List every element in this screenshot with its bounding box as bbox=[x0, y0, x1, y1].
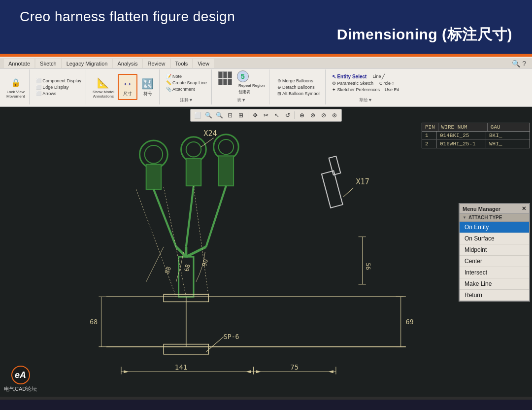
symbol-btn[interactable]: 🔣 符号 bbox=[139, 76, 156, 98]
svg-text:X24: X24 bbox=[203, 129, 217, 138]
menu-item-midpoint[interactable]: Midpoint bbox=[460, 244, 529, 256]
zoom-area-btn[interactable]: ⬜ bbox=[193, 110, 202, 120]
watermark-text: 电气CAD论坛 bbox=[4, 385, 37, 393]
cut-icon-btn[interactable]: ✂ bbox=[261, 110, 271, 120]
menu-item-return[interactable]: Return bbox=[460, 290, 529, 301]
tool3-btn[interactable]: ⊘ bbox=[319, 110, 329, 120]
arrows-btn[interactable]: ⬜ Arrows bbox=[34, 91, 83, 97]
line-btn[interactable]: Line ╱ bbox=[371, 73, 386, 80]
group-lock-view: 🔒 Lock ViewMovement bbox=[2, 69, 30, 104]
merge-balloons-btn[interactable]: ⊕ Merge Balloons bbox=[276, 78, 321, 84]
svg-text:69: 69 bbox=[406, 318, 414, 326]
title-line2: Dimensioning (标注尺寸) bbox=[20, 25, 512, 45]
ribbon-tabs: Annotate Sketch Legacy Migration Analysi… bbox=[0, 58, 532, 68]
tab-view[interactable]: View bbox=[193, 59, 214, 68]
dimension-btn[interactable]: ↔ 尺寸 bbox=[118, 74, 137, 100]
note-icon: 📝 bbox=[166, 74, 171, 79]
group-model-annotations: 📐 Show ModelAnnotations ↔ 尺寸 🔣 符号 bbox=[88, 69, 160, 104]
tab-legacy-migration[interactable]: Legacy Migration bbox=[62, 59, 112, 68]
alt-balloon-icon: ⊞ bbox=[277, 91, 281, 96]
circle-btn[interactable]: Circle ○ bbox=[378, 80, 396, 86]
zoom-window-btn[interactable]: ⊞ bbox=[236, 110, 246, 120]
detach-icon: ⊖ bbox=[277, 85, 281, 90]
repeat-region-btn[interactable]: Repeat Region bbox=[237, 83, 266, 88]
menu-item-intersect[interactable]: Intersect bbox=[460, 267, 529, 278]
tab-analysis[interactable]: Analysis bbox=[113, 59, 142, 68]
group-table: 5 Repeat Region 创建表 表▼ bbox=[214, 69, 269, 104]
tool1-btn[interactable]: ⊕ bbox=[297, 110, 307, 120]
main-content: Annotate Sketch Legacy Migration Analysi… bbox=[0, 57, 532, 400]
svg-text:SP-6: SP-6 bbox=[224, 333, 239, 341]
group-sketch: ↖ Entity Select Line ╱ ⚙ Parametri bbox=[328, 69, 403, 104]
data-table: PIN WIRE NUM GAU 1 014BKI_25 BKI_ 2 016W… bbox=[422, 123, 530, 148]
parametric-sketch-btn[interactable]: ⚙ Parametric Sketch bbox=[331, 80, 375, 86]
drawing-area: ⬜ 🔍 🔍 ⊡ ⊞ ✥ ✂ ↖ ↺ ⊕ ⊗ ⊘ ⊛ bbox=[0, 107, 532, 397]
toolbar-sep2 bbox=[295, 111, 295, 119]
section-label: ATTACH TYPE bbox=[468, 215, 502, 220]
show-model-annotations-btn[interactable]: 📐 Show ModelAnnotations bbox=[91, 75, 116, 100]
redraw-btn[interactable]: ↺ bbox=[283, 110, 293, 120]
menu-item-center[interactable]: Center bbox=[460, 256, 529, 267]
annotation-group-label: 注释▼ bbox=[180, 96, 193, 103]
lock-view-movement-btn[interactable]: 🔒 Lock ViewMovement bbox=[5, 75, 26, 100]
watermark-logo: eA bbox=[11, 366, 30, 384]
lock-label: Lock ViewMovement bbox=[6, 90, 25, 99]
svg-text:56: 56 bbox=[365, 263, 371, 270]
alt-balloon-btn[interactable]: ⊞ Alt Balloon Symbol bbox=[276, 91, 321, 97]
use-ed-label: Use Ed bbox=[385, 87, 399, 92]
zoom-out-btn[interactable]: 🔍 bbox=[214, 110, 224, 120]
ribbon-groups: 🔒 Lock ViewMovement ⬜ Component Display … bbox=[0, 68, 532, 105]
edge-display-btn[interactable]: ⬜ Edge Display bbox=[34, 84, 83, 90]
symbol-icon: 🔣 bbox=[141, 77, 155, 91]
create-snap-line-btn[interactable]: 📏 Create Snap Line bbox=[165, 80, 208, 86]
select-btn[interactable]: ↖ bbox=[272, 110, 282, 120]
menu-item-on-entity[interactable]: On Entity bbox=[460, 222, 529, 233]
pan-btn[interactable]: ✥ bbox=[250, 110, 260, 120]
param-icon: ⚙ bbox=[332, 81, 336, 86]
tab-review[interactable]: Review bbox=[143, 59, 169, 68]
menu-item-on-surface[interactable]: On Surface bbox=[460, 233, 529, 244]
table-row: 1 014BKI_25 BKI_ bbox=[422, 132, 530, 140]
note-btn[interactable]: 📝 Note bbox=[165, 73, 208, 79]
menu-item-make-line[interactable]: Make Line bbox=[460, 278, 529, 290]
ribbon: Annotate Sketch Legacy Migration Analysi… bbox=[0, 57, 532, 107]
tab-sketch[interactable]: Sketch bbox=[35, 59, 61, 68]
arrows-icon: ⬜ bbox=[36, 91, 41, 96]
detach-balloons-btn[interactable]: ⊖ Detach Balloons bbox=[276, 84, 321, 90]
component-display-btn[interactable]: ⬜ Component Display bbox=[34, 78, 83, 84]
menu-manager-title: Menu Manager bbox=[463, 206, 500, 212]
sketcher-prefs-btn[interactable]: ✦ Sketcher Preferences Use Ed bbox=[331, 87, 400, 93]
col-pin: PIN bbox=[422, 123, 438, 131]
col-wire-num: WIRE NUM bbox=[438, 123, 488, 131]
edge-icon: ⬜ bbox=[36, 85, 41, 90]
menu-manager-header: Menu Manager ✕ bbox=[460, 204, 529, 214]
zoom-fit-btn[interactable]: ⊡ bbox=[225, 110, 235, 120]
tool2-btn[interactable]: ⊗ bbox=[308, 110, 318, 120]
tab-annotate[interactable]: Annotate bbox=[4, 59, 34, 68]
attachment-btn[interactable]: 📎 Attachment bbox=[165, 86, 208, 92]
table-group-label: 表▼ bbox=[237, 96, 246, 103]
group-balloon: ⊕ Merge Balloons ⊖ Detach Balloons ⊞ Alt… bbox=[271, 69, 326, 104]
create-table-btn[interactable]: 创建表 bbox=[237, 89, 266, 95]
cell-wire-1: 014BKI_25 bbox=[437, 132, 486, 139]
zoom-in-btn[interactable]: 🔍 bbox=[203, 110, 213, 120]
annotation-icon: 📐 bbox=[97, 76, 110, 90]
close-icon[interactable]: ✕ bbox=[522, 205, 526, 212]
cad-drawing: 141 75 68 SP-6 69 bbox=[0, 107, 532, 397]
cell-gauge-1: BKI_ bbox=[486, 132, 511, 139]
entity-select-btn[interactable]: ↖ Entity Select bbox=[331, 73, 368, 80]
svg-rect-0 bbox=[76, 107, 456, 397]
tab-tools[interactable]: Tools bbox=[171, 59, 193, 68]
tool4-btn[interactable]: ⊛ bbox=[330, 110, 339, 120]
title-line1: Creo harness flatten figure design bbox=[20, 9, 512, 25]
group-display: ⬜ Component Display ⬜ Edge Display ⬜ Arr… bbox=[32, 69, 86, 104]
circle-icon: ○ bbox=[392, 81, 394, 86]
search-icon[interactable]: 🔍 bbox=[512, 60, 520, 68]
cell-gauge-2: WHI_ bbox=[486, 140, 511, 148]
svg-text:X17: X17 bbox=[356, 177, 369, 186]
cell-pin-1: 1 bbox=[422, 132, 437, 139]
help-icon[interactable]: ? bbox=[522, 60, 526, 68]
dimension-icon: ↔ bbox=[121, 77, 134, 91]
cursor-icon: ↖ bbox=[332, 74, 336, 79]
table-icon-btn[interactable] bbox=[217, 70, 233, 86]
